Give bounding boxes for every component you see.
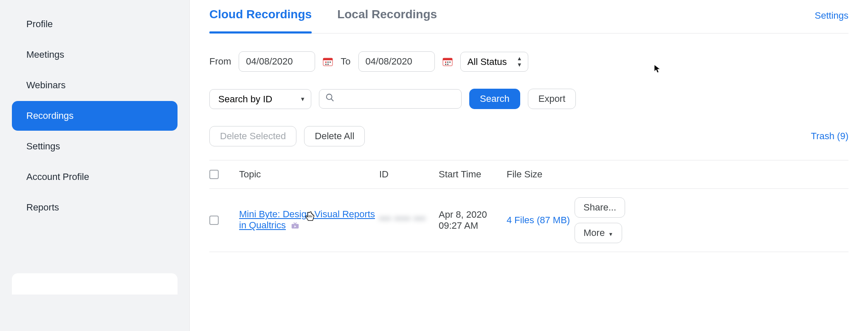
search-row: Search by ID ▼ Search Export bbox=[209, 89, 848, 109]
export-button[interactable]: Export bbox=[528, 89, 576, 109]
row-checkbox[interactable] bbox=[209, 216, 219, 225]
main-content: Cloud Recordings Local Recordings Settin… bbox=[189, 0, 868, 331]
sidebar: Profile Meetings Webinars Recordings Set… bbox=[0, 0, 189, 331]
more-button[interactable]: More▼ bbox=[575, 223, 622, 243]
svg-rect-1 bbox=[323, 58, 333, 60]
trash-link[interactable]: Trash (9) bbox=[811, 131, 848, 142]
actions-row: Delete Selected Delete All Trash (9) bbox=[209, 126, 848, 146]
status-select[interactable]: All Status bbox=[460, 52, 528, 72]
to-label: To bbox=[341, 56, 350, 67]
share-button[interactable]: Share... bbox=[575, 197, 625, 218]
chevron-down-icon: ▼ bbox=[608, 231, 613, 237]
settings-link[interactable]: Settings bbox=[815, 10, 849, 33]
sidebar-item-profile[interactable]: Profile bbox=[12, 9, 178, 39]
sidebar-item-recordings[interactable]: Recordings bbox=[12, 101, 178, 131]
col-file-size: File Size bbox=[507, 169, 575, 180]
search-input-wrap[interactable] bbox=[319, 89, 462, 109]
delete-all-button[interactable]: Delete All bbox=[304, 126, 365, 146]
sidebar-item-meetings[interactable]: Meetings bbox=[12, 40, 178, 70]
video-icon bbox=[291, 221, 299, 231]
svg-rect-8 bbox=[443, 58, 452, 60]
recording-id: *** **** *** bbox=[379, 215, 439, 226]
searchby-select[interactable]: Search by ID bbox=[209, 89, 311, 109]
svg-rect-4 bbox=[330, 62, 331, 63]
sidebar-item-reports[interactable]: Reports bbox=[12, 193, 178, 222]
calendar-icon[interactable] bbox=[323, 57, 333, 66]
tab-cloud-recordings[interactable]: Cloud Recordings bbox=[209, 8, 312, 33]
recording-start-time: Apr 8, 2020 09:27 AM bbox=[439, 209, 507, 231]
svg-rect-5 bbox=[325, 64, 327, 65]
svg-rect-13 bbox=[447, 64, 448, 65]
table-row: Mini Byte: Design Visual Reports in Qual… bbox=[209, 189, 848, 252]
recordings-table: Topic ID Start Time File Size Mini Byte:… bbox=[209, 160, 848, 252]
table-header: Topic ID Start Time File Size bbox=[209, 160, 848, 189]
svg-rect-12 bbox=[445, 64, 446, 65]
svg-rect-2 bbox=[325, 62, 327, 63]
tabs-row: Cloud Recordings Local Recordings Settin… bbox=[209, 8, 848, 34]
from-label: From bbox=[209, 56, 231, 67]
search-button[interactable]: Search bbox=[469, 89, 520, 109]
svg-rect-9 bbox=[445, 62, 446, 63]
svg-rect-10 bbox=[447, 62, 448, 63]
filters-row: From To All Status ▲▼ bbox=[209, 51, 848, 72]
search-input[interactable] bbox=[338, 93, 455, 104]
svg-rect-6 bbox=[327, 64, 329, 65]
col-id: ID bbox=[379, 169, 439, 180]
sidebar-item-webinars[interactable]: Webinars bbox=[12, 70, 178, 100]
delete-selected-button[interactable]: Delete Selected bbox=[209, 126, 296, 146]
svg-rect-3 bbox=[327, 62, 329, 63]
svg-rect-11 bbox=[449, 62, 451, 63]
recording-topic-link[interactable]: Mini Byte: Design Visual Reports in Qual… bbox=[239, 209, 375, 230]
from-date-input[interactable] bbox=[239, 51, 315, 72]
svg-line-15 bbox=[331, 99, 334, 101]
sidebar-bottom-card bbox=[12, 273, 178, 295]
calendar-icon[interactable] bbox=[442, 57, 453, 66]
search-icon bbox=[325, 93, 335, 105]
sidebar-item-settings[interactable]: Settings bbox=[12, 132, 178, 161]
recording-file-size[interactable]: 4 Files (87 MB) bbox=[507, 215, 575, 226]
col-start-time: Start Time bbox=[439, 169, 507, 180]
tab-local-recordings[interactable]: Local Recordings bbox=[337, 8, 437, 33]
svg-point-14 bbox=[327, 94, 332, 100]
select-all-checkbox[interactable] bbox=[209, 170, 219, 179]
sidebar-item-account-profile[interactable]: Account Profile bbox=[12, 162, 178, 192]
to-date-input[interactable] bbox=[358, 51, 435, 72]
col-topic: Topic bbox=[239, 169, 379, 180]
